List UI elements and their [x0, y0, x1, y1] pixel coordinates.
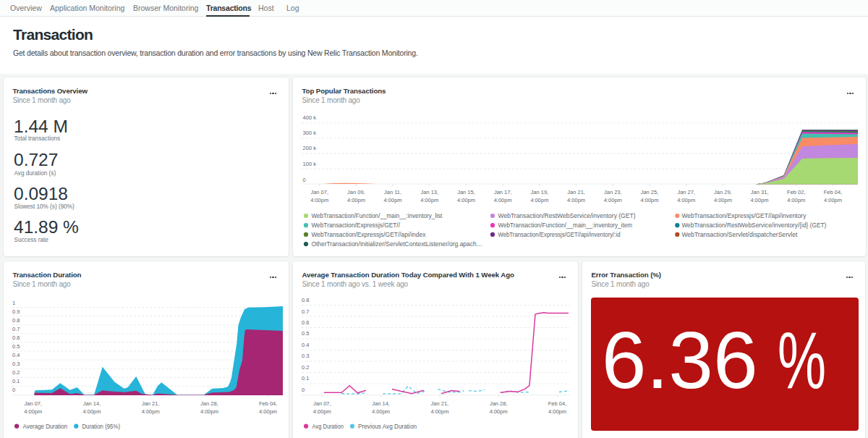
svg-text:1: 1 [12, 300, 15, 306]
svg-text:Jan 21,: Jan 21, [567, 189, 585, 195]
svg-text:300 k: 300 k [303, 130, 317, 136]
svg-text:Jan 14,: Jan 14, [83, 400, 101, 407]
svg-text:4:00pm: 4:00pm [24, 408, 42, 415]
svg-text:Previous Avg Duration: Previous Avg Duration [358, 423, 417, 430]
svg-text:0: 0 [12, 387, 15, 393]
svg-text:Jan 11,: Jan 11, [384, 189, 401, 195]
svg-text:Duration (95%): Duration (95%) [82, 423, 120, 430]
svg-text:0.6: 0.6 [302, 319, 309, 326]
svg-text:Jan 21,: Jan 21, [142, 400, 160, 407]
svg-text:Jan 28,: Jan 28, [200, 400, 218, 407]
svg-text:Jan 21,: Jan 21, [431, 400, 449, 407]
svg-text:Feb 04,: Feb 04, [548, 400, 566, 407]
svg-text:0.2: 0.2 [12, 369, 20, 376]
svg-text:OtherTransaction/Initializer/S: OtherTransaction/Initializer/ServletCont… [311, 240, 482, 248]
svg-text:0.5: 0.5 [302, 330, 309, 337]
svg-text:Jan 07,: Jan 07, [313, 400, 331, 407]
svg-text:Jan 25,: Jan 25, [641, 189, 659, 195]
svg-text:400 k: 400 k [303, 114, 317, 121]
svg-text:Jan 27,: Jan 27, [677, 189, 695, 195]
svg-text:4:00pm: 4:00pm [310, 197, 328, 203]
svg-text:4:00pm: 4:00pm [548, 408, 566, 415]
svg-text:4:00pm: 4:00pm [604, 197, 622, 203]
svg-text:Avg Duration: Avg Duration [312, 423, 344, 430]
svg-text:Jan 19,: Jan 19, [531, 189, 549, 195]
svg-text:4:00pm: 4:00pm [420, 197, 438, 203]
svg-text:200 k: 200 k [303, 145, 317, 151]
svg-text:4:00pm: 4:00pm [751, 197, 769, 203]
svg-text:0.9: 0.9 [12, 308, 20, 315]
svg-text:Feb 04,: Feb 04, [824, 189, 842, 195]
svg-text:4:00pm: 4:00pm [567, 197, 585, 203]
svg-text:4:00pm: 4:00pm [372, 408, 390, 415]
svg-text:0.4: 0.4 [302, 342, 309, 348]
svg-text:4:00pm: 4:00pm [490, 408, 508, 415]
svg-text:Average Duration: Average Duration [23, 423, 68, 430]
svg-text:Jan 14,: Jan 14, [372, 400, 390, 407]
svg-text:4:00pm: 4:00pm [677, 197, 695, 203]
svg-text:0.7: 0.7 [302, 308, 309, 315]
svg-text:Jan 07,: Jan 07, [24, 400, 42, 407]
svg-text:100 k: 100 k [303, 161, 317, 167]
svg-text:0.8: 0.8 [302, 297, 309, 303]
svg-text:Jan 31,: Jan 31, [751, 189, 769, 195]
svg-text:4:00pm: 4:00pm [640, 197, 658, 203]
svg-text:4:00pm: 4:00pm [824, 197, 842, 203]
svg-text:4:00pm: 4:00pm [457, 197, 475, 203]
svg-text:WebTransaction/Expressjs/GET//: WebTransaction/Expressjs/GET//api/index [311, 231, 426, 238]
svg-text:0.7: 0.7 [12, 326, 20, 332]
svg-text:Jan 13,: Jan 13, [420, 189, 438, 195]
svg-text:Jan 17,: Jan 17, [494, 189, 512, 195]
svg-text:WebTransaction/RestWebService/: WebTransaction/RestWebService/inventory … [498, 212, 636, 219]
svg-text:Feb 04,: Feb 04, [259, 400, 277, 407]
svg-text:0.1: 0.1 [12, 378, 20, 384]
svg-text:4:00pm: 4:00pm [200, 408, 218, 415]
svg-text:0.1: 0.1 [302, 375, 309, 382]
svg-text:WebTransaction/Function/__main: WebTransaction/Function/__main__:invento… [311, 212, 443, 219]
svg-text:WebTransaction/Expressjs/GET//: WebTransaction/Expressjs/GET//api/invent… [498, 231, 621, 238]
svg-text:Jan 07,: Jan 07, [310, 189, 328, 195]
svg-text:0.6: 0.6 [12, 334, 20, 341]
svg-text:4:00pm: 4:00pm [313, 408, 331, 415]
svg-text:4:00pm: 4:00pm [259, 408, 277, 415]
svg-text:4:00pm: 4:00pm [494, 197, 512, 203]
svg-text:0.8: 0.8 [12, 317, 20, 324]
svg-text:Jan 23,: Jan 23, [604, 189, 622, 195]
svg-text:WebTransaction/Function/__main: WebTransaction/Function/__main__:invento… [498, 222, 633, 229]
svg-text:4:00pm: 4:00pm [430, 408, 448, 415]
svg-text:0.2: 0.2 [302, 364, 309, 371]
svg-text:Jan 28,: Jan 28, [490, 400, 508, 407]
svg-text:4:00pm: 4:00pm [82, 408, 101, 415]
svg-text:0: 0 [303, 177, 306, 183]
svg-text:4:00pm: 4:00pm [530, 197, 548, 203]
svg-text:WebTransaction/Expressjs/GET//: WebTransaction/Expressjs/GET//api/invent… [681, 212, 807, 219]
svg-text:0.4: 0.4 [12, 352, 20, 358]
svg-text:Jan 09,: Jan 09, [347, 189, 365, 195]
svg-text:Jan 29,: Jan 29, [714, 189, 732, 195]
svg-text:4:00pm: 4:00pm [347, 197, 365, 203]
svg-text:WebTransaction/Servlet/dispatc: WebTransaction/Servlet/dispatcherServlet [681, 231, 798, 238]
svg-text:4:00pm: 4:00pm [787, 197, 805, 203]
svg-text:4:00pm: 4:00pm [384, 197, 402, 203]
svg-text:Feb 02,: Feb 02, [787, 189, 805, 195]
svg-text:WebTransaction/Expressjs/GET//: WebTransaction/Expressjs/GET// [311, 222, 400, 229]
svg-text:4:00pm: 4:00pm [714, 197, 732, 203]
svg-text:WebTransaction/RestWebService/: WebTransaction/RestWebService/inventory/… [681, 222, 826, 229]
svg-text:0: 0 [302, 387, 305, 393]
svg-text:0.3: 0.3 [12, 361, 20, 367]
svg-text:4:00pm: 4:00pm [142, 408, 160, 415]
svg-text:Jan 15,: Jan 15, [457, 189, 475, 195]
svg-text:0.3: 0.3 [302, 353, 309, 359]
svg-text:0.5: 0.5 [12, 343, 20, 350]
